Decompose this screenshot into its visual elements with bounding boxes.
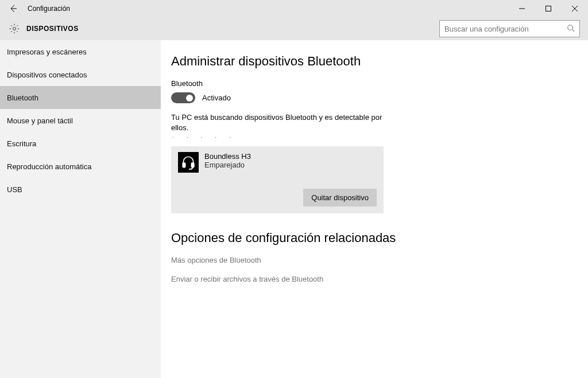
remove-device-button[interactable]: Quitar dispositivo xyxy=(303,189,377,206)
svg-point-2 xyxy=(568,25,573,30)
search-icon xyxy=(567,24,575,34)
device-status: Emparejado xyxy=(204,161,251,169)
search-input[interactable] xyxy=(444,25,567,33)
gear-icon xyxy=(8,22,21,35)
sidebar-item-printers[interactable]: Impresoras y escáneres xyxy=(0,40,161,63)
toggle-section-label: Bluetooth xyxy=(171,79,588,88)
device-card[interactable]: Boundless H3 Emparejado Quitar dispositi… xyxy=(171,146,384,213)
maximize-button[interactable] xyxy=(535,1,562,17)
device-name: Boundless H3 xyxy=(204,152,251,161)
window-title: Configuración xyxy=(28,5,70,13)
related-settings-title: Opciones de configuración relacionadas xyxy=(171,231,588,245)
close-icon xyxy=(572,6,578,11)
minimize-icon xyxy=(519,6,525,11)
sidebar-item-label: Bluetooth xyxy=(7,93,38,102)
sidebar-item-autoplay[interactable]: Reproducción automática xyxy=(0,155,161,178)
sidebar-item-label: Mouse y panel táctil xyxy=(7,116,73,125)
bluetooth-toggle-row: Activado xyxy=(171,92,588,103)
search-box[interactable] xyxy=(439,20,580,37)
sidebar-item-typing[interactable]: Escritura xyxy=(0,132,161,155)
headset-icon xyxy=(178,152,199,173)
header-title: DISPOSITIVOS xyxy=(26,25,79,33)
title-bar: Configuración xyxy=(0,0,588,17)
minimize-button[interactable] xyxy=(509,1,535,17)
arrow-left-icon xyxy=(9,4,18,13)
content: Administrar dispositivos Bluetooth Bluet… xyxy=(161,40,588,378)
device-info: Boundless H3 Emparejado xyxy=(204,152,251,169)
link-send-receive-files[interactable]: Enviar o recibir archivos a través de Bl… xyxy=(171,275,588,283)
svg-point-1 xyxy=(13,28,16,30)
page-title: Administrar dispositivos Bluetooth xyxy=(171,54,588,69)
toggle-knob xyxy=(186,95,193,102)
maximize-icon xyxy=(546,6,551,11)
sidebar-item-label: Escritura xyxy=(7,139,36,148)
toggle-state-label: Activado xyxy=(202,93,231,102)
close-button[interactable] xyxy=(562,1,588,17)
progress-dots: ····· xyxy=(171,134,588,141)
sidebar-item-label: USB xyxy=(7,185,22,194)
svg-rect-0 xyxy=(546,6,551,11)
sidebar-item-bluetooth[interactable]: Bluetooth xyxy=(0,86,161,109)
sidebar-item-label: Impresoras y escáneres xyxy=(7,48,87,56)
sidebar-item-connected-devices[interactable]: Dispositivos conectados xyxy=(0,63,161,86)
sidebar-item-label: Dispositivos conectados xyxy=(7,71,87,79)
sidebar-item-label: Reproducción automática xyxy=(7,162,91,171)
main-layout: Impresoras y escáneres Dispositivos cone… xyxy=(0,40,588,378)
device-row: Boundless H3 Emparejado xyxy=(178,152,377,173)
status-text: Tu PC está buscando dispositivos Bluetoo… xyxy=(171,112,384,133)
link-more-bluetooth-options[interactable]: Más opciones de Bluetooth xyxy=(171,256,588,264)
svg-rect-3 xyxy=(183,163,185,167)
sidebar-item-mouse[interactable]: Mouse y panel táctil xyxy=(0,109,161,132)
sidebar: Impresoras y escáneres Dispositivos cone… xyxy=(0,40,161,378)
back-button[interactable] xyxy=(5,4,22,13)
sidebar-item-usb[interactable]: USB xyxy=(0,178,161,201)
bluetooth-toggle[interactable] xyxy=(171,92,195,103)
header: DISPOSITIVOS xyxy=(0,17,588,40)
svg-rect-4 xyxy=(191,163,194,167)
